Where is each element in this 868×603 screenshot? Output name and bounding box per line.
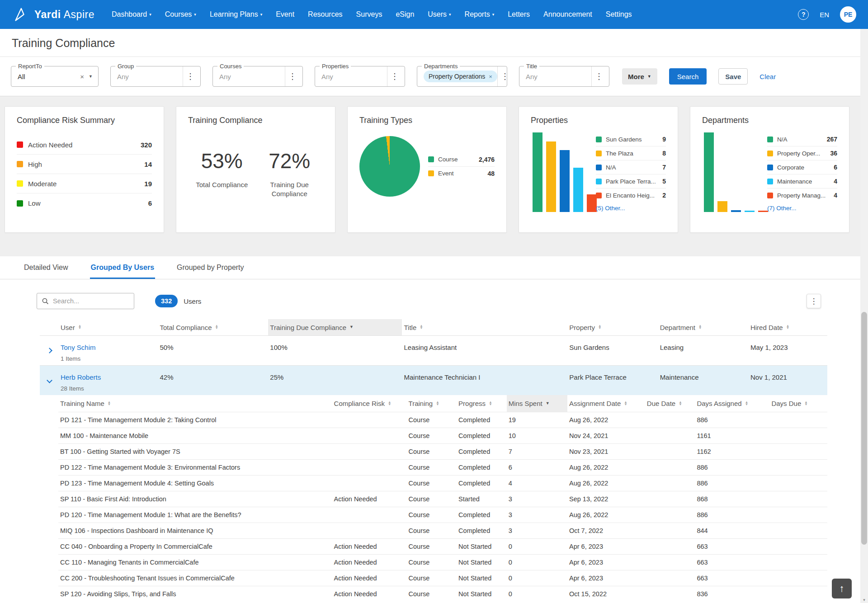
kebab-menu-icon[interactable]: ⋮ (387, 66, 402, 86)
user-row[interactable]: Tony Schim 1 Items 50% 100% Leasing Assi… (40, 335, 827, 365)
training-row[interactable]: CC 110 - Managing Tenants in CommercialC… (58, 554, 827, 570)
title-cell: Leasing Assistant (402, 336, 567, 365)
search-input[interactable]: Search... (37, 293, 134, 309)
sort-icon (78, 325, 81, 329)
filter-courses[interactable]: Courses Any ⋮ (212, 66, 303, 87)
title-bar: Training Compliance (0, 29, 868, 57)
row-expander-button[interactable] (40, 336, 59, 365)
column-header[interactable]: User (59, 319, 158, 335)
filter-properties[interactable]: Properties Any ⋮ (315, 66, 405, 87)
training-type-cell: Course (407, 570, 457, 586)
save-button[interactable]: Save (718, 68, 748, 85)
sort-icon (436, 401, 439, 405)
nav-item[interactable]: Reports ▾ (465, 10, 495, 19)
column-header[interactable]: Training Name (58, 395, 332, 412)
training-row[interactable]: PD 122 - Time Management Module 3: Envir… (58, 459, 827, 475)
column-header[interactable]: Days Due (769, 395, 827, 412)
nav-item[interactable]: Event ▾ (276, 10, 294, 19)
compliance-risk-cell (332, 507, 407, 523)
row-expander-button[interactable] (40, 366, 59, 395)
days-due-cell (769, 460, 827, 475)
nav-item[interactable]: Users ▾ (428, 10, 451, 19)
more-filters-button[interactable]: More ▼ (622, 68, 657, 85)
training-type-cell: Course (407, 460, 457, 475)
kebab-menu-icon[interactable]: ⋮ (497, 66, 512, 86)
kebab-menu-icon[interactable]: ⋮ (591, 66, 606, 86)
vertical-scrollbar[interactable]: ▾ (860, 29, 868, 603)
column-header[interactable]: Assignment Date (567, 395, 645, 412)
nav-item[interactable]: eSign ▾ (396, 10, 414, 19)
compliance-risk-cell (332, 428, 407, 443)
kebab-menu-icon[interactable]: ⋮ (183, 66, 198, 86)
filter-title[interactable]: Title Any ⋮ (519, 66, 609, 87)
user-avatar[interactable]: PE (840, 6, 856, 23)
nav-item[interactable]: Learning Plans ▾ (210, 10, 262, 19)
training-row[interactable]: PD 120 - Time Management Module 1: What … (58, 507, 827, 523)
users-table: User Total Compliance Training Due Compl… (40, 319, 827, 602)
tab[interactable]: Detailed View (23, 256, 69, 279)
training-row[interactable]: CC 200 - Troubleshooting Tenant Issues i… (58, 570, 827, 586)
column-header[interactable]: Due Date (645, 395, 695, 412)
nav-item[interactable]: Dashboard ▾ (112, 10, 151, 19)
training-row[interactable]: SP 120 - Avoiding Slips, Trips, and Fall… (58, 586, 827, 602)
scroll-to-top-button[interactable]: ↑ (832, 579, 852, 598)
chip-remove-icon[interactable]: × (489, 73, 492, 80)
tab[interactable]: Grouped by Property (176, 256, 245, 279)
column-header[interactable]: Department (658, 319, 749, 335)
search-button[interactable]: Search (669, 68, 707, 85)
column-header[interactable]: Training Due Compliance (268, 319, 402, 335)
departments-other-link[interactable]: (7) Other... (767, 205, 797, 212)
filter-label: Properties (320, 63, 351, 70)
user-name-link[interactable]: Herb Roberts (61, 373, 156, 381)
training-row[interactable]: BT 100 - Getting Started with Voyager 7S… (58, 443, 827, 459)
training-row[interactable]: SP 110 - Basic First Aid: Introduction A… (58, 491, 827, 507)
column-header[interactable]: Mins Spent (507, 395, 567, 412)
column-header[interactable]: Compliance Risk (332, 395, 407, 412)
training-type-cell: Course (407, 555, 457, 570)
column-header[interactable]: Total Compliance (158, 319, 268, 335)
filter-group[interactable]: Group Any ⋮ (110, 66, 201, 87)
table-menu-button[interactable]: ⋮ (807, 294, 821, 308)
language-selector[interactable]: EN (820, 11, 829, 19)
title-cell: Maintenance Technician I (402, 366, 567, 395)
clear-icon[interactable]: × (80, 73, 84, 80)
chevron-down-icon[interactable]: ▼ (89, 74, 93, 79)
user-name-link[interactable]: Tony Schim (61, 344, 156, 351)
training-row[interactable]: PD 123 - Time Management Module 4: Setti… (58, 475, 827, 491)
trainings-table-body: PD 121 - Time Management Module 2: Takin… (58, 412, 827, 602)
properties-other-link[interactable]: (5) Other... (596, 205, 625, 212)
user-row[interactable]: Herb Roberts 28 Items 42% 25% Maintenanc… (40, 365, 827, 395)
scrollbar-thumb[interactable] (861, 312, 867, 545)
filter-reportto[interactable]: ReportTo All × ▼ (11, 66, 99, 87)
kebab-menu-icon[interactable]: ⋮ (285, 66, 300, 86)
brand[interactable]: YardiAspire (12, 6, 94, 23)
training-row[interactable]: PD 121 - Time Management Module 2: Takin… (58, 412, 827, 428)
column-header[interactable]: Training (407, 395, 457, 412)
card-title: Training Types (359, 116, 495, 125)
days-assigned-cell: 663 (695, 555, 769, 570)
nav-item[interactable]: Surveys ▾ (356, 10, 382, 19)
nav-item[interactable]: Settings ▾ (606, 10, 632, 19)
tab[interactable]: Grouped By Users (90, 256, 155, 279)
clear-button[interactable]: Clear (760, 73, 776, 80)
filter-bar: ReportTo All × ▼ Group Any ⋮ Courses Any… (0, 57, 868, 96)
training-row[interactable]: MM 100 - Maintenance Mobile Course Compl… (58, 428, 827, 443)
legend-row: Event 48 (428, 167, 495, 180)
column-header[interactable]: Property (567, 319, 658, 335)
nav-item[interactable]: Resources ▾ (308, 10, 342, 19)
yardi-logo-icon (12, 6, 29, 23)
column-header[interactable]: Days Assigned (695, 395, 769, 412)
training-row[interactable]: MIQ 106 - Inspections Dashboard in Maint… (58, 523, 827, 538)
column-header[interactable]: Title (402, 319, 567, 335)
column-header[interactable]: Hired Date (749, 319, 827, 335)
filter-departments[interactable]: Departments Property Operations × ⋮ (417, 66, 507, 87)
assignment-date-cell: Apr 6, 2023 (567, 555, 645, 570)
nav-item[interactable]: Courses ▾ (165, 10, 196, 19)
nav-item[interactable]: Letters ▾ (508, 10, 530, 19)
help-icon[interactable]: ? (798, 9, 809, 20)
column-header[interactable]: Progress (457, 395, 507, 412)
training-name-cell: CC 200 - Troubleshooting Tenant Issues i… (58, 570, 332, 586)
training-row[interactable]: CC 040 - Onboarding a Property In Commer… (58, 538, 827, 554)
nav-item[interactable]: Announcement ▾ (543, 10, 592, 19)
scrollbar-down-arrow[interactable]: ▾ (860, 598, 868, 602)
